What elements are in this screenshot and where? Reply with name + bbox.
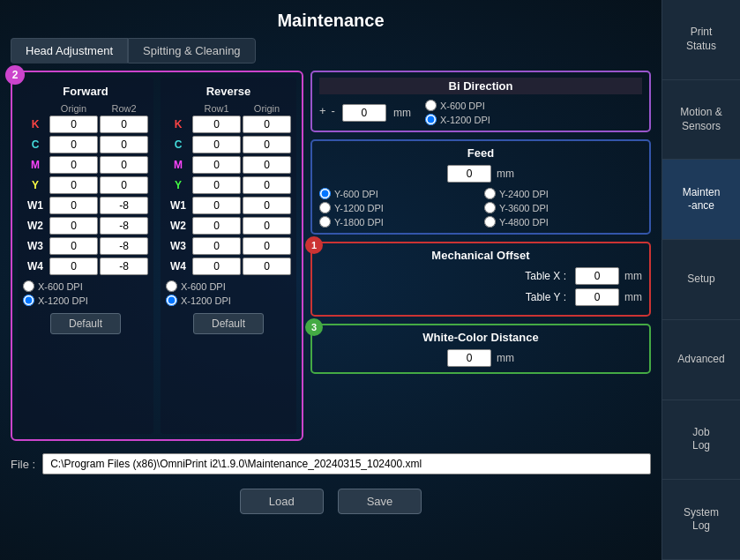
reverse-dpi-1200-radio[interactable] <box>166 295 177 306</box>
bidir-dpi-1200-radio[interactable] <box>425 114 437 125</box>
forward-k-origin[interactable] <box>49 116 98 133</box>
sidebar-label-print-status: Print Status <box>686 26 716 53</box>
tab-head-adjustment[interactable]: Head Adjustment <box>11 38 128 63</box>
forward-w2-row2[interactable] <box>100 217 148 235</box>
row-label-w1: W1 <box>23 199 48 212</box>
bidirection-box: Bi Direction + - mm X-600 DPI <box>310 71 651 132</box>
row-label-m: M <box>23 159 48 171</box>
white-distance-input[interactable] <box>447 349 491 367</box>
table-row: Y <box>166 176 291 194</box>
feed-dpi-1800-label: Y-1800 DPI <box>334 217 384 228</box>
reverse-w4-row1[interactable] <box>192 258 241 275</box>
feed-unit: mm <box>497 168 514 180</box>
forward-y-row2[interactable] <box>100 176 148 194</box>
reverse-w3-row1[interactable] <box>192 237 241 255</box>
load-button[interactable]: Load <box>240 489 324 514</box>
reverse-w2-origin[interactable] <box>243 217 291 235</box>
file-label: File : <box>11 458 35 471</box>
reverse-w2-row1[interactable] <box>192 217 241 235</box>
reverse-dpi-section: X-600 DPI X-1200 DPI <box>166 280 291 306</box>
table-row: C <box>23 136 148 153</box>
forward-m-row2[interactable] <box>100 156 148 174</box>
reverse-w1-row1[interactable] <box>192 197 241 214</box>
table-x-input[interactable] <box>575 267 619 285</box>
feed-dpi-600-radio[interactable] <box>319 188 331 199</box>
sidebar-label-system-log: System Log <box>684 506 719 534</box>
forward-y-origin[interactable] <box>49 176 98 194</box>
forward-section: Forward Origin Row2 K C <box>18 78 153 434</box>
forward-m-origin[interactable] <box>49 156 98 174</box>
sidebar-item-maintenance[interactable]: Mainten -ance <box>662 160 740 240</box>
table-y-row: Table Y : mm <box>319 288 642 306</box>
forward-w3-row2[interactable] <box>100 237 148 255</box>
forward-reverse-wrapper: 2 Forward Origin Row2 K C <box>11 71 303 441</box>
feed-dpi-1200-radio[interactable] <box>319 202 331 213</box>
forward-dpi-1200-label: X-1200 DPI <box>38 295 88 306</box>
forward-w1-origin[interactable] <box>49 197 98 214</box>
forward-w4-origin[interactable] <box>49 258 98 275</box>
reverse-m-row1[interactable] <box>192 156 241 174</box>
feed-input-row: mm <box>319 165 642 183</box>
feed-dpi-2400-radio[interactable] <box>484 188 496 199</box>
bidir-dpi-600-radio[interactable] <box>425 100 437 111</box>
mechanical-offset-box: 1 Mechanical Offset Table X : mm Table Y… <box>310 242 651 317</box>
bidirection-value-input[interactable] <box>342 104 386 122</box>
minus-label: - <box>332 104 335 117</box>
forward-w2-origin[interactable] <box>49 217 98 235</box>
forward-dpi-600-radio[interactable] <box>23 280 34 292</box>
sidebar-label-advanced: Advanced <box>677 353 724 367</box>
table-x-unit: mm <box>624 270 642 282</box>
reverse-k-origin[interactable] <box>243 116 291 133</box>
reverse-dpi-600-radio[interactable] <box>166 280 177 292</box>
rev-label-m: M <box>166 159 191 171</box>
forward-w3-origin[interactable] <box>49 237 98 255</box>
table-row: Y <box>23 176 148 194</box>
sidebar-item-print-status[interactable]: Print Status <box>662 0 740 80</box>
table-y-input[interactable] <box>575 288 619 306</box>
reverse-k-row1[interactable] <box>192 116 241 133</box>
feed-dpi-row-6: Y-4800 DPI <box>484 216 642 228</box>
bottom-buttons: Load Save <box>0 482 662 521</box>
reverse-dpi-row-1: X-600 DPI <box>166 280 291 292</box>
sidebar-item-job-log[interactable]: Job Log <box>662 400 740 481</box>
forward-default-button[interactable]: Default <box>50 313 121 334</box>
reverse-w1-origin[interactable] <box>243 197 291 214</box>
reverse-c-row1[interactable] <box>192 136 241 153</box>
reverse-dpi-1200-label: X-1200 DPI <box>181 295 231 306</box>
reverse-w4-origin[interactable] <box>243 258 291 275</box>
forward-k-row2[interactable] <box>100 116 148 133</box>
feed-dpi-3600-label: Y-3600 DPI <box>499 203 549 213</box>
forward-w1-row2[interactable] <box>100 197 148 214</box>
sidebar-item-setup[interactable]: Setup <box>662 240 740 320</box>
reverse-c-origin[interactable] <box>243 136 291 153</box>
forward-c-row2[interactable] <box>100 136 148 153</box>
table-row: W1 <box>166 197 291 214</box>
forward-c-origin[interactable] <box>49 136 98 153</box>
page-title: Maintenance <box>0 0 662 38</box>
feed-dpi-3600-radio[interactable] <box>484 202 496 213</box>
forward-dpi-1200-radio[interactable] <box>23 295 34 306</box>
tab-spitting-cleaning[interactable]: Spitting & Cleaning <box>128 38 256 63</box>
feed-dpi-row-2: Y-2400 DPI <box>484 188 642 199</box>
sidebar-item-motion-sensors[interactable]: Motion & Sensors <box>662 80 740 161</box>
bidirection-unit: mm <box>393 107 411 119</box>
forward-title: Forward <box>23 83 148 100</box>
table-row: M <box>23 156 148 174</box>
reverse-y-origin[interactable] <box>243 176 291 194</box>
feed-value-input[interactable] <box>447 165 491 183</box>
reverse-default-button[interactable]: Default <box>193 313 264 334</box>
sidebar-item-advanced[interactable]: Advanced <box>662 320 740 400</box>
save-button[interactable]: Save <box>338 489 422 514</box>
forward-dpi-row-2: X-1200 DPI <box>23 295 148 306</box>
reverse-m-origin[interactable] <box>243 156 291 174</box>
forward-col-row2: Row2 <box>100 103 148 114</box>
feed-dpi-1800-radio[interactable] <box>319 216 331 228</box>
rev-label-w1: W1 <box>166 199 191 212</box>
sidebar-item-system-log[interactable]: System Log <box>662 480 740 560</box>
reverse-dpi-row-2: X-1200 DPI <box>166 295 291 306</box>
reverse-w3-origin[interactable] <box>243 237 291 255</box>
reverse-y-row1[interactable] <box>192 176 241 194</box>
file-path-input[interactable] <box>42 453 651 474</box>
forward-w4-row2[interactable] <box>100 258 148 275</box>
feed-dpi-4800-radio[interactable] <box>484 216 496 228</box>
